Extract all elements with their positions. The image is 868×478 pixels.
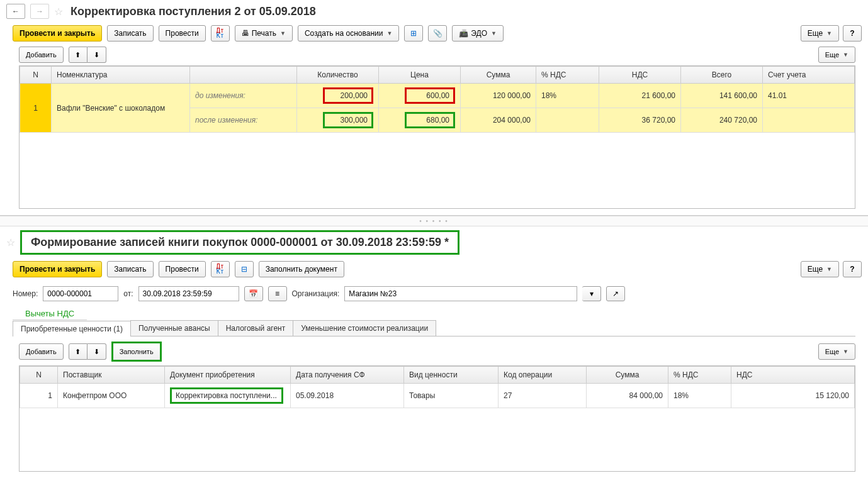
nav-forward-button[interactable]: → bbox=[30, 4, 49, 19]
col-total[interactable]: Всего bbox=[681, 67, 763, 84]
col-vatpct[interactable]: % НДС bbox=[536, 67, 599, 84]
edo-button[interactable]: ЭДО ▼ bbox=[452, 25, 504, 42]
items-table: N Номенклатура Количество Цена Сумма % Н… bbox=[19, 65, 855, 209]
col-kind[interactable]: Вид ценности bbox=[404, 367, 499, 384]
vat-table: N Поставщик Документ приобретения Дата п… bbox=[19, 365, 855, 472]
cell-n: 1 bbox=[20, 84, 52, 133]
list-button[interactable] bbox=[268, 286, 287, 301]
favorite-star-icon[interactable]: ☆ bbox=[6, 236, 15, 248]
cell-vat: 15 120,00 bbox=[731, 384, 855, 408]
cell-before-price: 600,00 bbox=[379, 84, 461, 108]
printer-icon bbox=[242, 29, 249, 38]
tabs: Приобретенные ценности (1) Полученные ав… bbox=[13, 320, 855, 336]
cell-vatpct: 18% bbox=[668, 384, 731, 408]
print-button[interactable]: Печать ▼ bbox=[235, 25, 293, 42]
col-n[interactable]: N bbox=[20, 67, 52, 84]
cell-before-label: до изменения: bbox=[190, 84, 297, 108]
cell-opcode: 27 bbox=[499, 384, 587, 408]
fill-button[interactable]: Заполнить bbox=[113, 343, 160, 360]
move-down-button[interactable]: ⬇ bbox=[87, 47, 106, 63]
col-doc[interactable]: Документ приобретения bbox=[165, 367, 291, 384]
dtkt-button[interactable]: ДтКт bbox=[211, 261, 230, 277]
more-button[interactable]: Еще ▼ bbox=[801, 261, 839, 277]
cell-after-total: 240 720,00 bbox=[681, 108, 763, 133]
tab-tax-agent[interactable]: Налоговый агент bbox=[218, 320, 294, 336]
col-account[interactable]: Счет учета bbox=[763, 67, 855, 84]
number-label: Номер: bbox=[13, 289, 38, 298]
attach-button[interactable] bbox=[428, 25, 447, 42]
calendar-button[interactable] bbox=[244, 286, 263, 301]
chevron-down-icon: ▼ bbox=[826, 266, 832, 272]
col-sum[interactable]: Сумма bbox=[461, 67, 536, 84]
post-and-close-button[interactable]: Провести и закрыть bbox=[13, 261, 102, 277]
move-up-button[interactable]: ⬆ bbox=[69, 343, 87, 360]
col-label bbox=[190, 67, 297, 84]
post-button[interactable]: Провести bbox=[159, 261, 206, 277]
table-more-label: Еще bbox=[825, 51, 839, 58]
col-sfdate[interactable]: Дата получения СФ bbox=[291, 367, 404, 384]
help-button[interactable]: ? bbox=[843, 25, 862, 42]
update-icon bbox=[241, 265, 247, 274]
col-qty[interactable]: Количество bbox=[297, 67, 379, 84]
section-label: Вычеты НДС bbox=[13, 305, 87, 320]
col-vat[interactable]: НДС bbox=[731, 367, 855, 384]
cell-sum: 84 000,00 bbox=[587, 384, 668, 408]
help-button[interactable]: ? bbox=[843, 261, 862, 277]
nav-back-button[interactable]: ← bbox=[6, 4, 25, 19]
splitter-handle[interactable]: • • • • • bbox=[0, 216, 868, 226]
tab-acquired[interactable]: Приобретенные ценности (1) bbox=[13, 321, 131, 336]
cell-before-total: 141 600,00 bbox=[681, 84, 763, 108]
calendar-icon bbox=[249, 289, 258, 298]
table-row[interactable]: 1 Вафли "Венские" с шоколадом до изменен… bbox=[20, 84, 855, 108]
cell-before-vat: 21 600,00 bbox=[599, 84, 681, 108]
cell-before-account: 41.01 bbox=[763, 84, 855, 108]
col-price[interactable]: Цена bbox=[379, 67, 461, 84]
create-based-button[interactable]: Создать на основании ▼ bbox=[298, 25, 399, 42]
org-select-button[interactable]: ▾ bbox=[582, 286, 601, 301]
fill-highlight: Заполнить bbox=[111, 342, 162, 362]
table-row[interactable]: 1 Конфетпром ООО Корректировка поступлен… bbox=[20, 384, 855, 408]
number-field[interactable] bbox=[43, 286, 118, 301]
col-supplier[interactable]: Поставщик bbox=[58, 367, 165, 384]
col-sum[interactable]: Сумма bbox=[587, 367, 668, 384]
add-row-button[interactable]: Добавить bbox=[19, 47, 64, 63]
cell-nomen: Вафли "Венские" с шоколадом bbox=[52, 84, 190, 133]
col-vatpct[interactable]: % НДС bbox=[668, 367, 731, 384]
add-row-button[interactable]: Добавить bbox=[19, 343, 64, 360]
org-open-button[interactable]: ↗ bbox=[606, 286, 625, 301]
table-more-button[interactable]: Еще ▼ bbox=[818, 343, 855, 360]
date-field[interactable] bbox=[138, 286, 239, 301]
more-button[interactable]: Еще ▼ bbox=[801, 25, 839, 42]
post-and-close-button[interactable]: Провести и закрыть bbox=[13, 25, 102, 42]
table-toolbar: Добавить ⬆ ⬇ Еще ▼ bbox=[0, 47, 868, 65]
table-more-button[interactable]: Еще ▼ bbox=[818, 47, 855, 63]
move-up-button[interactable]: ⬆ bbox=[69, 47, 87, 63]
col-vat[interactable]: НДС bbox=[599, 67, 681, 84]
chevron-down-icon: ▼ bbox=[280, 30, 286, 36]
create-based-label: Создать на основании bbox=[305, 29, 383, 38]
post-button[interactable]: Провести bbox=[159, 25, 206, 42]
chevron-down-icon: ▼ bbox=[843, 348, 848, 355]
favorite-star-icon[interactable]: ☆ bbox=[54, 6, 63, 18]
document-title: Корректировка поступления 2 от 05.09.201… bbox=[70, 5, 316, 18]
update-button[interactable] bbox=[235, 261, 254, 277]
table-header-row: N Номенклатура Количество Цена Сумма % Н… bbox=[20, 67, 855, 84]
fill-document-button[interactable]: Заполнить документ bbox=[259, 261, 344, 277]
chevron-down-icon: ▼ bbox=[491, 30, 497, 36]
save-button[interactable]: Записать bbox=[107, 261, 153, 277]
col-nomen[interactable]: Номенклатура bbox=[52, 67, 190, 84]
cell-after-sum: 204 000,00 bbox=[461, 108, 536, 133]
tab-decrease[interactable]: Уменьшение стоимости реализации bbox=[293, 320, 436, 336]
tab-advances[interactable]: Полученные авансы bbox=[130, 320, 218, 336]
title-bar: ☆ Формирование записей книги покупок 000… bbox=[0, 226, 868, 258]
dtkt-button[interactable]: ДтКт bbox=[211, 25, 230, 42]
bottom-document: ☆ Формирование записей книги покупок 000… bbox=[0, 226, 868, 478]
col-opcode[interactable]: Код операции bbox=[499, 367, 587, 384]
move-down-button[interactable]: ⬇ bbox=[87, 343, 106, 360]
top-document: ← → ☆ Корректировка поступления 2 от 05.… bbox=[0, 0, 868, 216]
structure-button[interactable] bbox=[404, 25, 423, 42]
org-field[interactable] bbox=[344, 286, 577, 301]
cell-after-qty: 300,000 bbox=[297, 108, 379, 133]
save-button[interactable]: Записать bbox=[107, 25, 153, 42]
col-n[interactable]: N bbox=[20, 367, 58, 384]
